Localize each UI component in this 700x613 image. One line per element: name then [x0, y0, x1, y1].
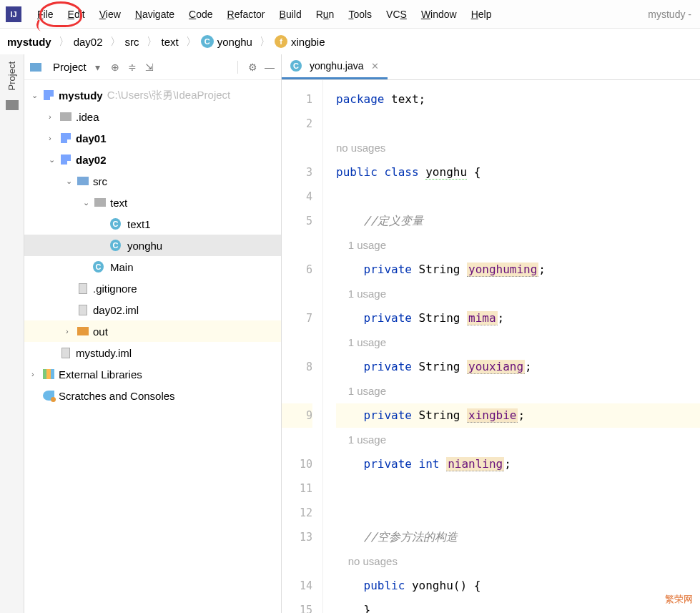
- tree-gitignore[interactable]: .gitignore: [24, 278, 281, 299]
- tree-day01[interactable]: ›day01: [24, 127, 281, 149]
- out-folder-icon: [77, 327, 89, 335]
- menu-bar: IJ File Edit View Navigate Code Refactor…: [0, 0, 700, 29]
- gutter[interactable]: 123456789101112131415: [282, 80, 323, 613]
- package-icon: [94, 198, 106, 207]
- class-icon: C: [110, 240, 121, 251]
- class-icon: C: [93, 261, 104, 273]
- tree-scratch[interactable]: Scratches and Consoles: [24, 385, 281, 406]
- menu-refactor[interactable]: Refactor: [227, 9, 265, 20]
- class-icon: C: [110, 218, 121, 230]
- field-icon: f: [275, 35, 287, 48]
- collapse-icon[interactable]: ⇲: [144, 62, 155, 73]
- editor-tabs: C yonghu.java ✕: [282, 54, 700, 80]
- class-icon: C: [290, 60, 302, 72]
- crumb-yonghu[interactable]: Cyonghu: [201, 35, 252, 48]
- sidebar-button-icon[interactable]: [6, 100, 19, 110]
- file-icon: [79, 305, 87, 315]
- tree-text-pkg[interactable]: ⌄text: [24, 192, 281, 213]
- file-icon: [79, 283, 87, 294]
- app-icon: IJ: [6, 6, 21, 22]
- tree-yonghu[interactable]: Cyonghu: [24, 235, 281, 256]
- hide-icon[interactable]: —: [264, 62, 275, 73]
- scratch-icon: [43, 391, 54, 401]
- menu-code[interactable]: Code: [189, 9, 212, 20]
- module-icon: [61, 155, 71, 165]
- tree-ext-lib[interactable]: ›External Libraries: [24, 363, 281, 385]
- tree-src[interactable]: ⌄src: [24, 170, 281, 192]
- tree-text1[interactable]: Ctext1: [24, 213, 281, 235]
- library-icon: [43, 369, 54, 379]
- menu-tools[interactable]: Tools: [348, 9, 372, 20]
- module-icon: [61, 133, 71, 143]
- menu-run[interactable]: Run: [316, 9, 335, 20]
- tree-idea[interactable]: ›.idea: [24, 106, 281, 127]
- project-sidebar-strip[interactable]: Project: [0, 54, 24, 613]
- tree-day02iml[interactable]: day02.iml: [24, 299, 281, 320]
- file-icon: [61, 348, 70, 358]
- breadcrumb: mystudy〉 day02〉 src〉 text〉 Cyonghu〉 fxin…: [0, 29, 700, 54]
- locate-icon[interactable]: ⊕: [109, 62, 121, 73]
- tree-root[interactable]: ⌄mystudyC:\Users\张勇\IdeaProject: [24, 84, 281, 106]
- menu-window[interactable]: Window: [421, 9, 457, 20]
- project-tree[interactable]: ⌄mystudyC:\Users\张勇\IdeaProject ›.idea ›…: [24, 80, 281, 613]
- dropdown-icon[interactable]: ▾: [92, 62, 104, 73]
- menu-edit[interactable]: Edit: [68, 9, 85, 20]
- tool-title[interactable]: Project: [53, 61, 87, 73]
- tab-label: yonghu.java: [310, 60, 364, 72]
- menu-build[interactable]: Build: [280, 9, 302, 20]
- module-icon: [44, 90, 54, 100]
- editor-area: C yonghu.java ✕ 123456789101112131415 pa…: [282, 54, 700, 613]
- crumb-text[interactable]: text: [162, 36, 179, 48]
- tree-mystudyiml[interactable]: mystudy.iml: [24, 342, 281, 363]
- menu-view[interactable]: View: [99, 9, 121, 20]
- crumb-day02[interactable]: day02: [74, 36, 103, 48]
- crumb-mystudy[interactable]: mystudy: [7, 36, 51, 48]
- class-icon: C: [201, 35, 214, 48]
- menu-help[interactable]: Help: [471, 9, 492, 20]
- source-folder-icon: [77, 177, 89, 185]
- expand-icon[interactable]: ≑: [127, 62, 138, 73]
- project-label: Project: [6, 62, 17, 90]
- menu-navigate[interactable]: Navigate: [135, 9, 174, 20]
- menu-vcs[interactable]: VCS: [386, 9, 407, 20]
- crumb-src[interactable]: src: [125, 36, 139, 48]
- watermark: 繁荣网: [665, 593, 693, 606]
- close-icon[interactable]: ✕: [371, 61, 379, 72]
- folder-icon: [60, 112, 72, 121]
- tree-main[interactable]: CMain: [24, 256, 281, 278]
- window-title: mystudy -: [648, 9, 691, 20]
- tool-header: Project ▾ ⊕ ≑ ⇲ ⚙ —: [24, 54, 281, 80]
- crumb-xingbie[interactable]: fxingbie: [275, 35, 325, 48]
- project-icon: [30, 63, 41, 72]
- project-tool-window: Project ▾ ⊕ ≑ ⇲ ⚙ — ⌄mystudyC:\Users\张勇\…: [24, 54, 282, 613]
- tree-day02[interactable]: ⌄day02: [24, 149, 281, 170]
- code-editor[interactable]: package text; no usages public class yon…: [323, 80, 700, 613]
- gear-icon[interactable]: ⚙: [247, 62, 258, 73]
- tab-yonghu[interactable]: C yonghu.java ✕: [282, 54, 388, 79]
- tree-out[interactable]: ›out: [24, 320, 281, 342]
- menu-file[interactable]: File: [37, 9, 54, 20]
